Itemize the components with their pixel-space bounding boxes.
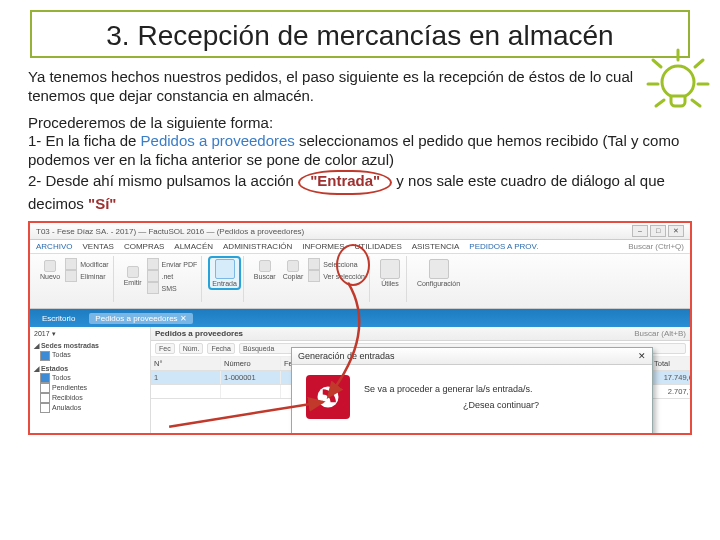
ribbon-utiles-label: Útiles <box>381 280 399 287</box>
ribbon-entrada[interactable]: Entrada <box>210 258 239 288</box>
estado-label: Todos <box>52 374 71 381</box>
ribbon-group-vista: Buscar Copiar Selecciona Ver selección <box>248 256 370 302</box>
entrada-icon <box>215 259 235 279</box>
ribbon-eliminar[interactable]: Eliminar <box>65 270 108 282</box>
ribbon-group-mant: Nuevo Modificar Eliminar <box>34 256 114 302</box>
ribbon-emitir[interactable]: Emitir <box>122 265 144 287</box>
cell: 1-000001 <box>221 371 281 384</box>
checkbox-icon <box>40 383 50 393</box>
gear-icon <box>429 259 449 279</box>
slide-title-box: 3. Recepción de mercancías en almacén <box>30 10 690 58</box>
minimize-button[interactable]: – <box>632 225 648 237</box>
crumb-escritorio[interactable]: Escritorio <box>36 313 81 324</box>
ribbon-buscar-label: Buscar <box>254 273 276 280</box>
search-icon <box>259 260 271 272</box>
ribbon-verselec-label: Ver selección <box>323 273 365 280</box>
filter[interactable]: Fec <box>155 343 175 354</box>
grid-search[interactable]: Buscar (Alt+B) <box>634 329 686 338</box>
estado-label: Anulados <box>52 404 81 411</box>
plus-icon <box>44 260 56 272</box>
ribbon-pdf[interactable]: Enviar PDF <box>147 258 198 270</box>
estado-item[interactable]: Anulados <box>40 403 146 413</box>
ribbon-nuevo-label: Nuevo <box>40 273 60 280</box>
close-button[interactable]: ✕ <box>668 225 684 237</box>
content-row: 2017 ▾ ◢ Sedes mostradas Todas ◢ Estados… <box>30 327 690 435</box>
col-n: N° <box>151 357 221 370</box>
checkbox-icon <box>40 393 50 403</box>
ribbon: Nuevo Modificar Eliminar Emitir Enviar P… <box>30 254 690 309</box>
menu-ventas[interactable]: VENTAS <box>82 242 113 251</box>
estado-item[interactable]: Pendientes <box>40 383 146 393</box>
ribbon-pdf-label: Enviar PDF <box>162 261 198 268</box>
ribbon-buscar[interactable]: Buscar <box>252 259 278 281</box>
slide-title: 3. Recepción de mercancías en almacén <box>40 20 680 52</box>
cell <box>151 385 221 398</box>
year-selector[interactable]: 2017 ▾ <box>34 330 146 338</box>
dialog-generacion: Generación de entradas ✕ Se va a procede… <box>291 347 653 435</box>
cell: 17.749,60 <box>651 371 690 384</box>
ribbon-net-label: .net <box>162 273 174 280</box>
ribbon-seleccionar[interactable]: Selecciona <box>308 258 365 270</box>
dialog-msg2: ¿Desea continuar? <box>364 400 638 410</box>
ribbon-seleccionar-label: Selecciona <box>323 261 357 268</box>
svg-point-0 <box>662 66 694 98</box>
ribbon-sms[interactable]: SMS <box>147 282 198 294</box>
ribbon-verselec[interactable]: Ver selección <box>308 270 365 282</box>
dialog-yes-button[interactable]: Sí <box>407 433 465 435</box>
search-global[interactable]: Buscar (Ctrl+Q) <box>628 242 684 251</box>
checkbox-icon <box>40 373 50 383</box>
select-icon <box>308 258 320 270</box>
svg-line-2 <box>653 60 661 67</box>
ribbon-utiles[interactable]: Útiles <box>378 258 402 288</box>
trash-icon <box>65 270 77 282</box>
pdf-icon <box>147 258 159 270</box>
ribbon-nuevo[interactable]: Nuevo <box>38 259 62 281</box>
estado-item[interactable]: Todos <box>40 373 146 383</box>
step2-si: "Sí" <box>88 195 116 212</box>
menu-utilidades[interactable]: UTILIDADES <box>355 242 402 251</box>
menu-compras[interactable]: COMPRAS <box>124 242 164 251</box>
cell: 2.707,72 <box>651 385 690 398</box>
sect-sedes-label: Sedes mostradas <box>41 342 99 349</box>
dialog-message: Se va a proceder a generar la/s entrada/… <box>364 384 638 410</box>
menu-almacen[interactable]: ALMACÉN <box>174 242 213 251</box>
crumb-pedidos[interactable]: Pedidos a proveedores ✕ <box>89 313 193 324</box>
menu-informes[interactable]: INFORMES <box>302 242 344 251</box>
menu-archivo[interactable]: ARCHIVO <box>36 242 72 251</box>
svg-line-3 <box>695 60 703 67</box>
menubar: ARCHIVO VENTAS COMPRAS ALMACÉN ADMINISTR… <box>30 240 690 254</box>
grid-title: Pedidos a proveedores <box>155 329 243 338</box>
dialog-msg1: Se va a proceder a generar la/s entrada/… <box>364 384 638 394</box>
menu-pedidos[interactable]: PEDIDOS A PROV. <box>469 242 538 251</box>
dialog-buttons: Sí No <box>292 427 652 435</box>
ribbon-config-label: Configuración <box>417 280 460 287</box>
menu-admin[interactable]: ADMINISTRACIÓN <box>223 242 292 251</box>
printer-icon <box>127 266 139 278</box>
ribbon-modificar[interactable]: Modificar <box>65 258 108 270</box>
ribbon-net[interactable]: .net <box>147 270 198 282</box>
dialog-close[interactable]: ✕ <box>638 351 646 361</box>
dialog-no-button[interactable]: No <box>479 433 537 435</box>
ribbon-copiar[interactable]: Copiar <box>281 259 306 281</box>
sede-item[interactable]: Todas <box>40 350 146 360</box>
ribbon-eliminar-label: Eliminar <box>80 273 105 280</box>
dialog-body: Se va a proceder a generar la/s entrada/… <box>292 365 652 427</box>
menu-asistencia[interactable]: ASISTENCIA <box>412 242 460 251</box>
dialog-titlebar: Generación de entradas ✕ <box>292 348 652 365</box>
sms-icon <box>147 282 159 294</box>
filter[interactable]: Fecha <box>207 343 234 354</box>
cell: 1 <box>151 371 221 384</box>
intro-paragraph: Ya tenemos hechos nuestros pedidos, el p… <box>28 68 692 106</box>
pencil-icon <box>65 258 77 270</box>
ribbon-group-emision: Emitir Enviar PDF .net SMS <box>118 256 203 302</box>
sect-estados-label: Estados <box>41 365 68 372</box>
main-grid: Pedidos a proveedores Buscar (Alt+B) Fec… <box>151 327 690 435</box>
filter[interactable]: Núm. <box>179 343 204 354</box>
maximize-button[interactable]: □ <box>650 225 666 237</box>
col-numero: Número <box>221 357 281 370</box>
ribbon-group-acciones: Entrada <box>206 256 244 302</box>
breadcrumbs: Escritorio Pedidos a proveedores ✕ <box>30 309 690 327</box>
ribbon-config[interactable]: Configuración <box>415 258 462 288</box>
estado-item[interactable]: Recibidos <box>40 393 146 403</box>
estado-label: Recibidos <box>52 394 83 401</box>
